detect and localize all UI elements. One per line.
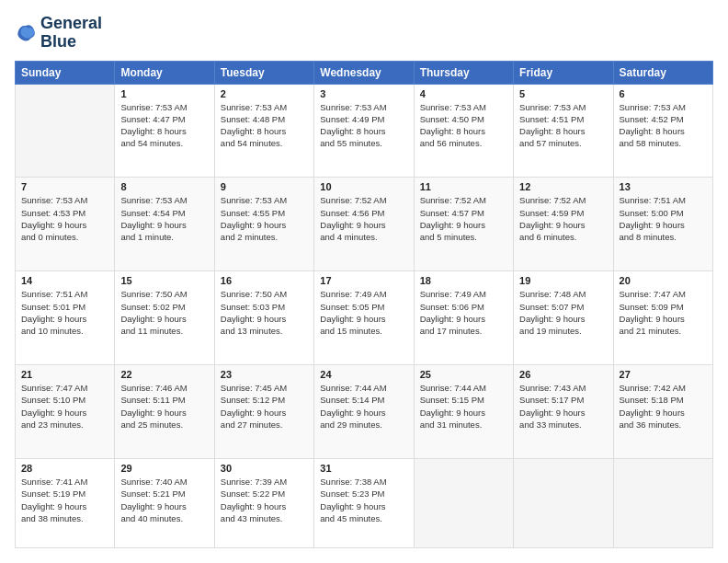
day-info: Sunrise: 7:42 AMSunset: 5:18 PMDaylight:… (620, 382, 707, 431)
day-number: 20 (620, 275, 707, 286)
day-number: 11 (420, 181, 507, 192)
day-number: 17 (320, 275, 407, 286)
calendar-cell (414, 458, 513, 547)
day-info: Sunrise: 7:53 AMSunset: 4:51 PMDaylight:… (519, 101, 607, 150)
day-info: Sunrise: 7:40 AMSunset: 5:21 PMDaylight:… (120, 476, 208, 524)
calendar-cell: 9Sunrise: 7:53 AMSunset: 4:55 PMDaylight… (214, 178, 313, 271)
day-number: 1 (120, 88, 208, 99)
day-info: Sunrise: 7:49 AMSunset: 5:05 PMDaylight:… (320, 288, 407, 337)
calendar-cell: 17Sunrise: 7:49 AMSunset: 5:05 PMDayligh… (314, 271, 414, 365)
week-row-4: 21Sunrise: 7:47 AMSunset: 5:10 PMDayligh… (16, 365, 713, 459)
calendar-cell: 5Sunrise: 7:53 AMSunset: 4:51 PMDaylight… (514, 84, 613, 178)
day-info: Sunrise: 7:39 AMSunset: 5:22 PMDaylight:… (221, 476, 308, 524)
day-info: Sunrise: 7:53 AMSunset: 4:48 PMDaylight:… (221, 101, 308, 150)
day-number: 13 (620, 181, 707, 192)
calendar-cell: 4Sunrise: 7:53 AMSunset: 4:50 PMDaylight… (414, 84, 513, 178)
calendar-cell: 26Sunrise: 7:43 AMSunset: 5:17 PMDayligh… (514, 365, 613, 459)
logo-text: General Blue (40, 15, 102, 52)
calendar-cell: 29Sunrise: 7:40 AMSunset: 5:21 PMDayligh… (115, 458, 214, 547)
column-header-wednesday: Wednesday (314, 61, 414, 84)
day-number: 9 (221, 181, 308, 192)
calendar-cell: 16Sunrise: 7:50 AMSunset: 5:03 PMDayligh… (214, 271, 313, 365)
day-number: 21 (21, 369, 108, 380)
day-number: 27 (620, 369, 707, 380)
day-number: 8 (120, 181, 208, 192)
day-number: 22 (120, 369, 208, 380)
day-info: Sunrise: 7:53 AMSunset: 4:55 PMDaylight:… (221, 194, 308, 243)
calendar-cell: 24Sunrise: 7:44 AMSunset: 5:14 PMDayligh… (314, 365, 414, 459)
day-number: 4 (420, 88, 507, 99)
calendar-cell: 14Sunrise: 7:51 AMSunset: 5:01 PMDayligh… (16, 271, 115, 365)
calendar-cell: 19Sunrise: 7:48 AMSunset: 5:07 PMDayligh… (514, 271, 613, 365)
day-info: Sunrise: 7:47 AMSunset: 5:10 PMDaylight:… (21, 382, 108, 431)
calendar-cell: 27Sunrise: 7:42 AMSunset: 5:18 PMDayligh… (613, 365, 712, 459)
day-number: 26 (519, 369, 607, 380)
day-info: Sunrise: 7:52 AMSunset: 4:59 PMDaylight:… (519, 194, 607, 243)
calendar-cell: 10Sunrise: 7:52 AMSunset: 4:56 PMDayligh… (314, 178, 414, 271)
day-info: Sunrise: 7:50 AMSunset: 5:02 PMDaylight:… (120, 288, 208, 337)
header: General Blue (15, 15, 713, 52)
calendar-cell: 12Sunrise: 7:52 AMSunset: 4:59 PMDayligh… (514, 178, 613, 271)
day-number: 19 (519, 275, 607, 286)
calendar-cell: 30Sunrise: 7:39 AMSunset: 5:22 PMDayligh… (214, 458, 313, 547)
calendar-cell: 23Sunrise: 7:45 AMSunset: 5:12 PMDayligh… (214, 365, 313, 459)
logo-icon (15, 22, 37, 44)
calendar-cell: 20Sunrise: 7:47 AMSunset: 5:09 PMDayligh… (613, 271, 712, 365)
day-number: 14 (21, 275, 108, 286)
calendar-cell (514, 458, 613, 547)
day-info: Sunrise: 7:49 AMSunset: 5:06 PMDaylight:… (420, 288, 507, 337)
column-header-thursday: Thursday (414, 61, 513, 84)
day-number: 2 (221, 88, 308, 99)
day-info: Sunrise: 7:51 AMSunset: 5:01 PMDaylight:… (21, 288, 108, 337)
calendar-cell: 2Sunrise: 7:53 AMSunset: 4:48 PMDaylight… (214, 84, 313, 178)
day-number: 15 (120, 275, 208, 286)
calendar-cell: 21Sunrise: 7:47 AMSunset: 5:10 PMDayligh… (16, 365, 115, 459)
day-number: 16 (221, 275, 308, 286)
calendar-cell: 28Sunrise: 7:41 AMSunset: 5:19 PMDayligh… (16, 458, 115, 547)
day-number: 25 (420, 369, 507, 380)
week-row-2: 7Sunrise: 7:53 AMSunset: 4:53 PMDaylight… (16, 178, 713, 271)
day-info: Sunrise: 7:48 AMSunset: 5:07 PMDaylight:… (519, 288, 607, 337)
header-row: SundayMondayTuesdayWednesdayThursdayFrid… (16, 61, 713, 84)
day-info: Sunrise: 7:41 AMSunset: 5:19 PMDaylight:… (21, 476, 108, 524)
calendar-table: SundayMondayTuesdayWednesdayThursdayFrid… (15, 61, 713, 548)
day-number: 3 (320, 88, 407, 99)
calendar-cell: 25Sunrise: 7:44 AMSunset: 5:15 PMDayligh… (414, 365, 513, 459)
day-number: 31 (320, 463, 407, 474)
day-number: 12 (519, 181, 607, 192)
day-number: 7 (21, 181, 108, 192)
calendar-cell: 11Sunrise: 7:52 AMSunset: 4:57 PMDayligh… (414, 178, 513, 271)
day-info: Sunrise: 7:44 AMSunset: 5:14 PMDaylight:… (320, 382, 407, 431)
calendar-cell: 8Sunrise: 7:53 AMSunset: 4:54 PMDaylight… (115, 178, 214, 271)
calendar-cell (16, 84, 115, 178)
calendar-cell: 31Sunrise: 7:38 AMSunset: 5:23 PMDayligh… (314, 458, 414, 547)
day-info: Sunrise: 7:43 AMSunset: 5:17 PMDaylight:… (519, 382, 607, 431)
day-info: Sunrise: 7:46 AMSunset: 5:11 PMDaylight:… (120, 382, 208, 431)
day-info: Sunrise: 7:53 AMSunset: 4:53 PMDaylight:… (21, 194, 108, 243)
column-header-friday: Friday (514, 61, 613, 84)
calendar-cell: 7Sunrise: 7:53 AMSunset: 4:53 PMDaylight… (16, 178, 115, 271)
day-info: Sunrise: 7:52 AMSunset: 4:56 PMDaylight:… (320, 194, 407, 243)
day-number: 5 (519, 88, 607, 99)
calendar-cell: 15Sunrise: 7:50 AMSunset: 5:02 PMDayligh… (115, 271, 214, 365)
day-info: Sunrise: 7:51 AMSunset: 5:00 PMDaylight:… (620, 194, 707, 243)
day-number: 10 (320, 181, 407, 192)
day-info: Sunrise: 7:53 AMSunset: 4:49 PMDaylight:… (320, 101, 407, 150)
calendar-cell: 6Sunrise: 7:53 AMSunset: 4:52 PMDaylight… (613, 84, 712, 178)
day-info: Sunrise: 7:53 AMSunset: 4:52 PMDaylight:… (620, 101, 707, 150)
column-header-sunday: Sunday (16, 61, 115, 84)
day-number: 18 (420, 275, 507, 286)
column-header-monday: Monday (115, 61, 214, 84)
day-info: Sunrise: 7:50 AMSunset: 5:03 PMDaylight:… (221, 288, 308, 337)
calendar-cell: 13Sunrise: 7:51 AMSunset: 5:00 PMDayligh… (613, 178, 712, 271)
week-row-1: 1Sunrise: 7:53 AMSunset: 4:47 PMDaylight… (16, 84, 713, 178)
column-header-tuesday: Tuesday (214, 61, 313, 84)
calendar-cell: 3Sunrise: 7:53 AMSunset: 4:49 PMDaylight… (314, 84, 414, 178)
page: General Blue SundayMondayTuesdayWednesda… (0, 0, 728, 563)
day-info: Sunrise: 7:47 AMSunset: 5:09 PMDaylight:… (620, 288, 707, 337)
calendar-cell: 1Sunrise: 7:53 AMSunset: 4:47 PMDaylight… (115, 84, 214, 178)
day-number: 29 (120, 463, 208, 474)
day-number: 24 (320, 369, 407, 380)
calendar-cell: 18Sunrise: 7:49 AMSunset: 5:06 PMDayligh… (414, 271, 513, 365)
day-number: 6 (620, 88, 707, 99)
